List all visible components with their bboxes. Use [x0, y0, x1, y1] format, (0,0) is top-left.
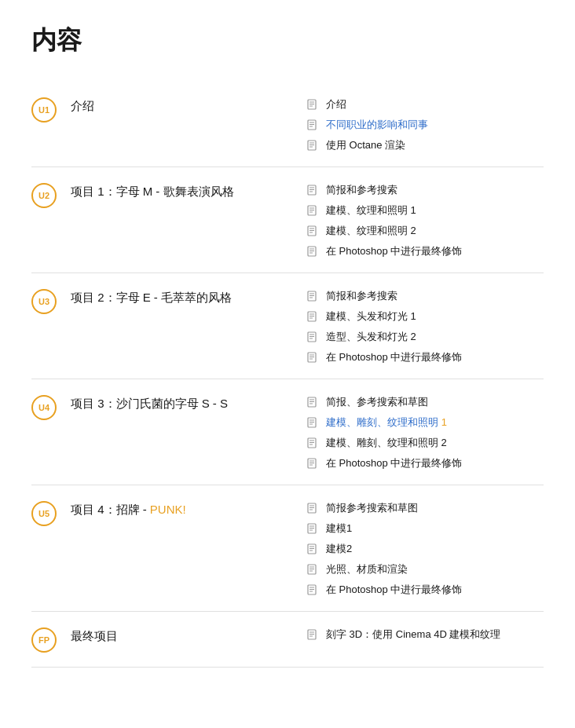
lesson-text[interactable]: 建模、纹理和照明 1 — [326, 203, 416, 218]
lesson-text[interactable]: 在 Photoshop 中进行最终修饰 — [326, 583, 462, 597]
lesson-text[interactable]: 使用 Octane 渲染 — [326, 138, 405, 152]
lesson-text[interactable]: 不同职业的影响和同事 — [326, 118, 428, 132]
lesson-text[interactable]: 在 Photoshop 中进行最终修饰 — [326, 456, 462, 470]
lesson-text[interactable]: 造型、头发和灯光 2 — [326, 330, 416, 344]
unit-badge: FP — [31, 627, 57, 653]
unit-row: FP最终项目 刻字 3D：使用 Cinema 4D 建模和纹理 — [31, 612, 544, 668]
document-icon — [307, 185, 320, 196]
lesson-text[interactable]: 光照、材质和渲染 — [326, 562, 408, 576]
document-icon — [307, 584, 320, 595]
document-icon — [307, 629, 320, 640]
lesson-item[interactable]: 在 Photoshop 中进行最终修饰 — [307, 456, 544, 470]
unit-row: U3项目 2：字母 E - 毛萃萃的风格 简报和参考搜索 建模、头发和灯光 1 … — [31, 273, 544, 379]
unit-title: 项目 4：招牌 - PUNK! — [71, 499, 307, 518]
lesson-text[interactable]: 建模2 — [326, 542, 352, 556]
unit-badge: U4 — [31, 395, 57, 420]
lessons-list: 刻字 3D：使用 Cinema 4D 建模和纹理 — [307, 626, 544, 642]
document-icon — [307, 437, 320, 448]
lesson-text[interactable]: 介绍 — [326, 97, 346, 112]
lesson-item[interactable]: 刻字 3D：使用 Cinema 4D 建模和纹理 — [307, 627, 544, 642]
lesson-text[interactable]: 建模、雕刻、纹理和照明 1 — [326, 415, 447, 430]
lessons-list: 简报和参考搜索 建模、纹理和照明 1 建模、纹理和照明 2 在 Photosho… — [307, 181, 544, 258]
document-icon — [307, 564, 320, 575]
lesson-item[interactable]: 在 Photoshop 中进行最终修饰 — [307, 350, 544, 364]
unit-title: 最终项目 — [71, 626, 307, 644]
lesson-item[interactable]: 简报参考搜索和草图 — [307, 501, 544, 515]
document-icon — [307, 291, 320, 302]
document-icon — [307, 119, 320, 130]
unit-title: 项目 3：沙门氏菌的字母 S - S — [71, 393, 307, 412]
lesson-item[interactable]: 简报、参考搜索和草图 — [307, 395, 544, 409]
lesson-item[interactable]: 建模、头发和灯光 1 — [307, 309, 544, 324]
unit-badge: U1 — [31, 97, 57, 123]
document-icon — [307, 140, 320, 151]
unit-title: 介绍 — [71, 96, 307, 114]
document-icon — [307, 543, 320, 554]
lesson-item[interactable]: 在 Photoshop 中进行最终修饰 — [307, 244, 544, 258]
document-icon — [307, 458, 320, 469]
lesson-item[interactable]: 建模、纹理和照明 1 — [307, 203, 544, 218]
lessons-list: 简报和参考搜索 建模、头发和灯光 1 造型、头发和灯光 2 在 Photosho… — [307, 287, 544, 364]
document-icon — [307, 397, 320, 408]
lesson-item[interactable]: 不同职业的影响和同事 — [307, 118, 544, 132]
document-icon — [307, 246, 320, 257]
document-icon — [307, 225, 320, 236]
lesson-text[interactable]: 简报、参考搜索和草图 — [326, 395, 428, 409]
unit-badge: U5 — [31, 501, 57, 526]
document-icon — [307, 99, 320, 110]
lesson-text[interactable]: 简报和参考搜索 — [326, 183, 397, 197]
lesson-item[interactable]: 简报和参考搜索 — [307, 183, 544, 197]
lesson-text[interactable]: 建模1 — [326, 521, 352, 536]
lesson-item[interactable]: 建模1 — [307, 521, 544, 536]
document-icon — [307, 352, 320, 363]
document-icon — [307, 503, 320, 514]
unit-row: U2项目 1：字母 M - 歌舞表演风格 简报和参考搜索 建模、纹理和照明 1 … — [31, 167, 544, 273]
lesson-item[interactable]: 造型、头发和灯光 2 — [307, 330, 544, 344]
lesson-text[interactable]: 建模、头发和灯光 1 — [326, 309, 416, 324]
lesson-item[interactable]: 介绍 — [307, 97, 544, 112]
document-icon — [307, 205, 320, 216]
lesson-text[interactable]: 在 Photoshop 中进行最终修饰 — [326, 244, 462, 258]
lesson-text[interactable]: 建模、雕刻、纹理和照明 2 — [326, 436, 447, 450]
lesson-item[interactable]: 建模、纹理和照明 2 — [307, 224, 544, 238]
lesson-item[interactable]: 光照、材质和渲染 — [307, 562, 544, 576]
unit-row: U5项目 4：招牌 - PUNK! 简报参考搜索和草图 建模1 建模2 — [31, 485, 544, 612]
lesson-item[interactable]: 建模、雕刻、纹理和照明 1 — [307, 415, 544, 430]
lessons-list: 介绍 不同职业的影响和同事 使用 Octane 渲染 — [307, 96, 544, 152]
unit-title: 项目 2：字母 E - 毛萃萃的风格 — [71, 287, 307, 305]
document-icon — [307, 311, 320, 322]
lessons-list: 简报、参考搜索和草图 建模、雕刻、纹理和照明 1 建模、雕刻、纹理和照明 2 在… — [307, 393, 544, 470]
lesson-text[interactable]: 刻字 3D：使用 Cinema 4D 建模和纹理 — [326, 627, 500, 642]
lesson-item[interactable]: 建模2 — [307, 542, 544, 556]
lesson-item[interactable]: 简报和参考搜索 — [307, 289, 544, 303]
lesson-text[interactable]: 简报参考搜索和草图 — [326, 501, 418, 515]
document-icon — [307, 331, 320, 342]
document-icon — [307, 417, 320, 428]
lesson-item[interactable]: 在 Photoshop 中进行最终修饰 — [307, 583, 544, 597]
lesson-text[interactable]: 在 Photoshop 中进行最终修饰 — [326, 350, 462, 364]
unit-badge: U3 — [31, 289, 57, 314]
lesson-item[interactable]: 建模、雕刻、纹理和照明 2 — [307, 436, 544, 450]
unit-row: U4项目 3：沙门氏菌的字母 S - S 简报、参考搜索和草图 建模、雕刻、纹理… — [31, 379, 544, 485]
lesson-text[interactable]: 简报和参考搜索 — [326, 289, 397, 303]
unit-badge: U2 — [31, 183, 57, 208]
unit-row: U1介绍 介绍 不同职业的影响和同事 使用 Octane 渲染 — [31, 82, 544, 167]
page-title: 内容 — [31, 24, 544, 58]
unit-title: 项目 1：字母 M - 歌舞表演风格 — [71, 181, 307, 199]
document-icon — [307, 523, 320, 534]
units-container: U1介绍 介绍 不同职业的影响和同事 使用 Octane 渲染U2项目 1：字母… — [31, 82, 544, 668]
lesson-text[interactable]: 建模、纹理和照明 2 — [326, 224, 416, 238]
lessons-list: 简报参考搜索和草图 建模1 建模2 光照、材质和渲染 在 Pho — [307, 499, 544, 597]
lesson-item[interactable]: 使用 Octane 渲染 — [307, 138, 544, 152]
